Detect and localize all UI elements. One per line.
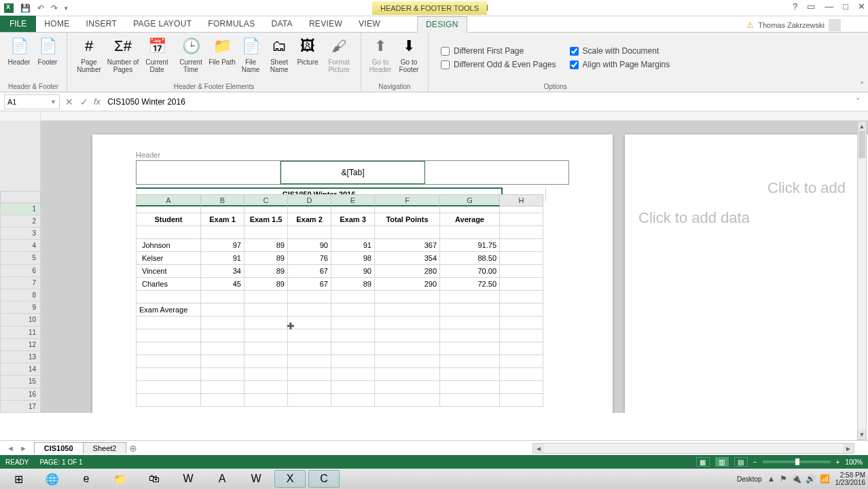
word-icon[interactable]: W [240,470,272,488]
row-header[interactable]: 11 [0,327,41,339]
cell[interactable] [245,226,288,239]
cell[interactable]: 67 [288,265,331,278]
accept-formula-icon[interactable]: ✓ [80,96,88,107]
cell[interactable]: Total Points [375,213,440,226]
cell[interactable] [500,278,543,291]
cell[interactable] [136,394,201,407]
cell[interactable] [288,226,331,239]
cell[interactable]: Kelser [136,252,201,265]
number-of-pages-button[interactable]: Σ#Number of Pages [107,34,139,82]
tab-formulas[interactable]: FORMULAS [200,16,263,32]
cell[interactable] [375,304,440,316]
cell[interactable]: 72.50 [440,278,500,291]
cell[interactable] [331,316,375,329]
cell[interactable]: Exam 2 [288,213,331,226]
cell[interactable] [136,342,201,355]
cell[interactable] [245,355,288,368]
cell[interactable] [331,226,375,239]
cell[interactable]: 280 [375,265,440,278]
view-normal-icon[interactable]: ▦ [696,457,710,467]
save-icon[interactable]: 💾 [20,3,31,13]
sheet-tab[interactable]: Sheet2 [83,442,127,454]
cell[interactable]: Johnson [136,239,201,252]
cell[interactable]: 90 [331,265,375,278]
cell[interactable] [500,226,543,239]
scroll-down-icon[interactable]: ▼ [858,430,866,439]
cell[interactable] [331,394,375,407]
cell[interactable] [440,316,500,329]
row-header[interactable]: 1 [0,203,41,215]
cell[interactable]: 367 [375,239,440,252]
cell[interactable] [375,226,440,239]
cell[interactable] [136,329,201,342]
cell[interactable] [500,381,543,394]
cell[interactable] [500,316,543,329]
cell[interactable] [288,355,331,368]
file-name-button[interactable]: 📄File Name [237,34,264,82]
row-header[interactable]: 12 [0,339,41,351]
scale-with-document-checkbox[interactable]: Scale with Document [570,46,670,56]
tray-icon[interactable]: ⚑ [780,474,787,484]
cell[interactable] [201,394,245,407]
current-date-button[interactable]: 📅Current Date [141,34,173,82]
cell[interactable] [440,394,500,407]
cell[interactable] [288,394,331,407]
user-account[interactable]: ⚠ Thomas Zakrzewski [746,19,841,31]
cell[interactable]: 354 [375,252,440,265]
cell[interactable]: 89 [245,239,288,252]
help-icon[interactable]: ? [793,1,797,12]
zoom-slider[interactable] [763,460,831,463]
cell[interactable] [201,304,245,316]
col-header[interactable]: G [440,194,500,206]
cell[interactable] [288,342,331,355]
cell[interactable] [245,394,288,407]
click-to-add-header[interactable]: Click to add [767,179,846,197]
sheet-tab-active[interactable]: CIS1050 [34,442,84,454]
tray-time[interactable]: 2:58 PM [835,471,866,479]
format-picture-button[interactable]: 🖌Format Picture [323,34,355,82]
cell[interactable] [500,291,543,304]
tray-icon[interactable]: 🔊 [806,474,816,484]
cell[interactable]: 70.00 [440,265,500,278]
cell[interactable] [500,213,543,226]
zoom-in-icon[interactable]: + [836,458,840,466]
cell[interactable] [331,329,375,342]
cell[interactable]: 91 [331,239,375,252]
footer-button[interactable]: 📄Footer [34,34,61,82]
cell[interactable]: 290 [375,278,440,291]
cell[interactable] [288,329,331,342]
chrome-icon[interactable]: 🌐 [37,470,68,488]
horizontal-scrollbar[interactable]: ◄ ► [532,443,854,454]
cell[interactable] [245,329,288,342]
file-path-button[interactable]: 📁File Path [209,34,236,82]
click-to-add-data[interactable]: Click to add data [638,209,750,227]
cell[interactable] [136,226,201,239]
cell[interactable]: Exam 3 [331,213,375,226]
tray-date[interactable]: 1/23/2016 [835,479,866,486]
cell[interactable] [500,342,543,355]
row-header[interactable]: 17 [0,401,41,413]
cell[interactable] [245,368,288,381]
row-header[interactable]: 13 [0,351,41,363]
tab-home[interactable]: HOME [36,16,77,32]
new-sheet-icon[interactable]: ⊕ [126,443,141,454]
cell[interactable] [500,304,543,316]
cell[interactable] [201,342,245,355]
chevron-down-icon[interactable]: ▼ [50,98,56,105]
cell[interactable] [440,304,500,316]
row-header[interactable]: 3 [0,228,41,240]
cell[interactable]: 89 [245,265,288,278]
cell[interactable] [375,291,440,304]
row-header[interactable]: 10 [0,314,41,326]
undo-icon[interactable]: ↶ [37,3,44,13]
cell[interactable] [375,394,440,407]
tab-data[interactable]: DATA [263,16,300,32]
picture-button[interactable]: 🖼Picture [294,34,321,82]
cell[interactable] [500,368,543,381]
header-left[interactable] [137,161,281,184]
close-icon[interactable]: ✕ [858,1,865,12]
cell[interactable] [440,355,500,368]
header-right[interactable] [425,161,568,184]
header-center[interactable]: &[Tab] [281,161,425,184]
cell[interactable] [500,252,543,265]
